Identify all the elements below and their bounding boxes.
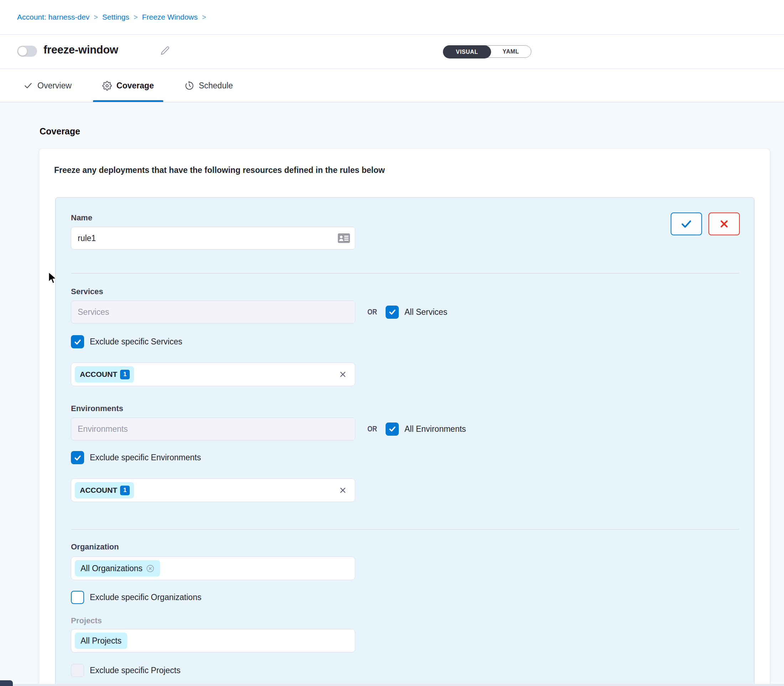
- projects-label: Projects: [71, 616, 739, 626]
- projects-select[interactable]: All Projects: [71, 629, 355, 652]
- tab-schedule[interactable]: Schedule: [175, 69, 242, 102]
- all-services-label: All Services: [404, 307, 447, 317]
- rule-card: Name Services: [55, 197, 755, 686]
- tab-schedule-label: Schedule: [199, 81, 233, 91]
- id-card-icon[interactable]: [337, 233, 350, 243]
- coverage-panel: Coverage Freeze any deployments that hav…: [0, 103, 784, 686]
- tag-scope: ACCOUNT: [80, 486, 117, 495]
- tab-overview-label: Overview: [37, 81, 72, 91]
- visual-mode-button[interactable]: VISUAL: [443, 45, 491, 59]
- clock-history-icon: [184, 81, 194, 91]
- environments-label: Environments: [71, 404, 739, 413]
- breadcrumb: Account: harness-dev > Settings > Freeze…: [0, 0, 784, 34]
- clear-services-tags-icon[interactable]: [339, 370, 347, 379]
- exclude-services-checkbox[interactable]: [71, 335, 84, 348]
- services-input[interactable]: [71, 301, 355, 323]
- yaml-mode-button[interactable]: YAML: [491, 46, 531, 57]
- organization-label: Organization: [71, 542, 739, 552]
- exclude-projects-checkbox[interactable]: [71, 664, 84, 677]
- tab-coverage-label: Coverage: [117, 81, 154, 91]
- check-icon: [23, 81, 33, 90]
- freeze-description: Freeze any deployments that have the fol…: [54, 165, 770, 175]
- title-bar: freeze-window VISUAL YAML: [0, 35, 784, 69]
- chip-label: All Projects: [80, 636, 122, 646]
- breadcrumb-settings-link[interactable]: Settings: [102, 13, 129, 21]
- tag-count-badge: 1: [120, 370, 130, 379]
- all-projects-chip: All Projects: [75, 632, 127, 649]
- coverage-heading: Coverage: [39, 126, 80, 137]
- coverage-card: Freeze any deployments that have the fol…: [39, 149, 770, 686]
- excluded-environments-tag[interactable]: ACCOUNT 1: [75, 482, 134, 498]
- name-label: Name: [71, 213, 739, 222]
- page-title: freeze-window: [44, 44, 118, 56]
- all-organizations-chip[interactable]: All Organizations: [75, 560, 160, 577]
- environments-input[interactable]: [71, 418, 355, 440]
- excluded-services-tag[interactable]: ACCOUNT 1: [75, 366, 134, 382]
- divider: [71, 529, 739, 529]
- or-label: OR: [367, 424, 377, 434]
- all-environments-label: All Environments: [404, 424, 466, 434]
- exclude-environments-label: Exclude specific Environments: [90, 453, 201, 462]
- gear-icon: [102, 81, 112, 91]
- toggle-knob: [18, 46, 28, 56]
- edit-title-icon[interactable]: [160, 46, 170, 55]
- tab-overview[interactable]: Overview: [14, 69, 81, 102]
- exclude-organizations-label: Exclude specific Organizations: [90, 593, 201, 602]
- exclude-organizations-checkbox[interactable]: [71, 591, 84, 604]
- remove-organizations-chip-icon[interactable]: [146, 564, 154, 573]
- exclude-environments-checkbox[interactable]: [71, 451, 84, 464]
- cancel-x-icon: [719, 219, 729, 229]
- rule-name-input[interactable]: [71, 227, 355, 250]
- clear-environments-tags-icon[interactable]: [339, 486, 347, 495]
- breadcrumb-separator: >: [134, 13, 138, 21]
- breadcrumb-separator: >: [94, 13, 98, 21]
- organization-select[interactable]: All Organizations: [71, 557, 355, 580]
- breadcrumb-freeze-windows-link[interactable]: Freeze Windows: [142, 13, 197, 21]
- confirm-rule-button[interactable]: [671, 212, 702, 235]
- viewport-bottom-edge: [0, 684, 784, 686]
- exclude-projects-label: Exclude specific Projects: [90, 666, 180, 675]
- visual-yaml-switch: VISUAL YAML: [443, 45, 531, 58]
- cancel-rule-button[interactable]: [709, 212, 740, 235]
- tab-bar: Overview Coverage Schedule: [0, 69, 784, 102]
- confirm-check-icon: [680, 219, 693, 229]
- services-label: Services: [71, 287, 739, 296]
- breadcrumb-separator: >: [202, 13, 206, 21]
- exclude-services-label: Exclude specific Services: [90, 337, 183, 346]
- freeze-enable-toggle[interactable]: [17, 46, 37, 57]
- excluded-services-field[interactable]: ACCOUNT 1: [71, 363, 355, 386]
- excluded-environments-field[interactable]: ACCOUNT 1: [71, 479, 355, 502]
- or-label: OR: [367, 307, 377, 317]
- tab-coverage[interactable]: Coverage: [93, 69, 163, 102]
- breadcrumb-account-link[interactable]: Account: harness-dev: [17, 13, 90, 21]
- bottom-left-widget: [0, 680, 13, 686]
- divider: [71, 273, 739, 273]
- all-services-checkbox[interactable]: [386, 305, 399, 319]
- tag-scope: ACCOUNT: [80, 370, 117, 379]
- tag-count-badge: 1: [120, 486, 130, 495]
- chip-label: All Organizations: [80, 564, 143, 573]
- all-environments-checkbox[interactable]: [386, 423, 399, 436]
